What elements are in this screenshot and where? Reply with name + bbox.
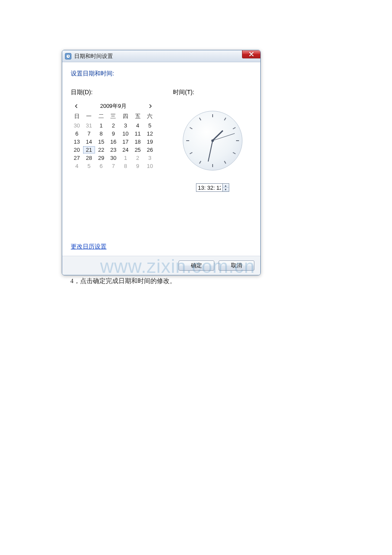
change-calendar-settings-link[interactable]: 更改日历设置 xyxy=(71,243,107,250)
calendar-day[interactable]: 1 xyxy=(95,122,107,129)
window-title: 日期和时间设置 xyxy=(74,52,113,60)
calendar-day[interactable]: 24 xyxy=(119,146,132,153)
caption-text: 4，点击确定完成日期和时间的修改。 xyxy=(70,277,176,285)
calendar-dow: 一 xyxy=(83,113,95,121)
calendar-day[interactable]: 26 xyxy=(144,146,156,153)
cancel-button[interactable]: 取消 xyxy=(219,260,254,271)
date-label: 日期(D): xyxy=(71,89,160,96)
calendar-dow: 四 xyxy=(119,113,132,121)
calendar-day[interactable]: 9 xyxy=(107,130,120,137)
calendar-dow: 日 xyxy=(71,113,83,121)
calendar-day[interactable]: 27 xyxy=(71,154,83,162)
calendar-day[interactable]: 14 xyxy=(83,138,95,145)
calendar-day[interactable]: 10 xyxy=(144,162,156,170)
calendar-day[interactable]: 12 xyxy=(144,130,156,137)
prev-month-button[interactable] xyxy=(73,103,79,109)
spinner-up-button[interactable]: ▲ xyxy=(223,184,229,188)
dialog-footer: 确定 取消 xyxy=(62,256,260,275)
calendar[interactable]: 2009年9月 日一二三四五六3031123456789101112131415… xyxy=(71,101,156,170)
calendar-day[interactable]: 9 xyxy=(132,162,144,170)
calendar-day[interactable]: 6 xyxy=(71,130,83,137)
calendar-day[interactable]: 20 xyxy=(71,146,83,153)
calendar-month-label[interactable]: 2009年9月 xyxy=(79,102,147,110)
calendar-day[interactable]: 31 xyxy=(83,122,95,129)
calendar-day[interactable]: 8 xyxy=(119,162,132,170)
calendar-day[interactable]: 30 xyxy=(71,122,83,129)
window-icon xyxy=(65,53,72,60)
calendar-day[interactable]: 7 xyxy=(83,130,95,137)
calendar-day[interactable]: 25 xyxy=(132,146,144,153)
ok-button[interactable]: 确定 xyxy=(179,260,214,271)
titlebar[interactable]: 日期和时间设置 xyxy=(62,50,260,62)
date-time-settings-dialog: 日期和时间设置 设置日期和时间: 日期(D): 2009年9月 xyxy=(62,50,261,275)
calendar-dow: 六 xyxy=(144,113,156,121)
calendar-day[interactable]: 10 xyxy=(119,130,132,137)
calendar-day[interactable]: 13 xyxy=(71,138,83,145)
calendar-day[interactable]: 7 xyxy=(107,162,120,170)
calendar-day[interactable]: 3 xyxy=(144,154,156,162)
calendar-day[interactable]: 15 xyxy=(95,138,107,145)
calendar-dow: 五 xyxy=(132,113,144,121)
next-month-button[interactable] xyxy=(147,103,153,109)
calendar-day[interactable]: 4 xyxy=(132,122,144,129)
calendar-day[interactable]: 8 xyxy=(95,130,107,137)
calendar-day[interactable]: 28 xyxy=(83,154,95,162)
calendar-day[interactable]: 2 xyxy=(132,154,144,162)
calendar-day[interactable]: 11 xyxy=(132,130,144,137)
calendar-day[interactable]: 18 xyxy=(132,138,144,145)
calendar-day[interactable]: 2 xyxy=(107,122,120,129)
calendar-day[interactable]: 17 xyxy=(119,138,132,145)
calendar-day[interactable]: 16 xyxy=(107,138,120,145)
calendar-day[interactable]: 29 xyxy=(95,154,107,162)
analog-clock xyxy=(183,111,242,171)
calendar-day[interactable]: 30 xyxy=(107,154,120,162)
spinner-down-button[interactable]: ▼ xyxy=(223,188,229,192)
calendar-day[interactable]: 3 xyxy=(119,122,132,129)
calendar-day[interactable]: 23 xyxy=(107,146,120,153)
calendar-dow: 三 xyxy=(107,113,120,121)
time-input[interactable] xyxy=(196,183,222,192)
calendar-day[interactable]: 1 xyxy=(119,154,132,162)
calendar-day[interactable]: 6 xyxy=(95,162,107,170)
dialog-body: 设置日期和时间: 日期(D): 2009年9月 日一二三四五六303112345… xyxy=(62,62,260,256)
subtitle: 设置日期和时间: xyxy=(71,70,252,78)
calendar-day[interactable]: 4 xyxy=(71,162,83,170)
calendar-dow: 二 xyxy=(95,113,107,121)
close-button[interactable] xyxy=(242,50,261,58)
calendar-day[interactable]: 22 xyxy=(95,146,107,153)
calendar-day[interactable]: 5 xyxy=(83,162,95,170)
time-label: 时间(T): xyxy=(173,89,194,96)
calendar-day[interactable]: 5 xyxy=(144,122,156,129)
calendar-day[interactable]: 21 xyxy=(83,146,95,153)
calendar-day[interactable]: 19 xyxy=(144,138,156,145)
time-spinner[interactable]: ▲ ▼ xyxy=(222,183,229,192)
